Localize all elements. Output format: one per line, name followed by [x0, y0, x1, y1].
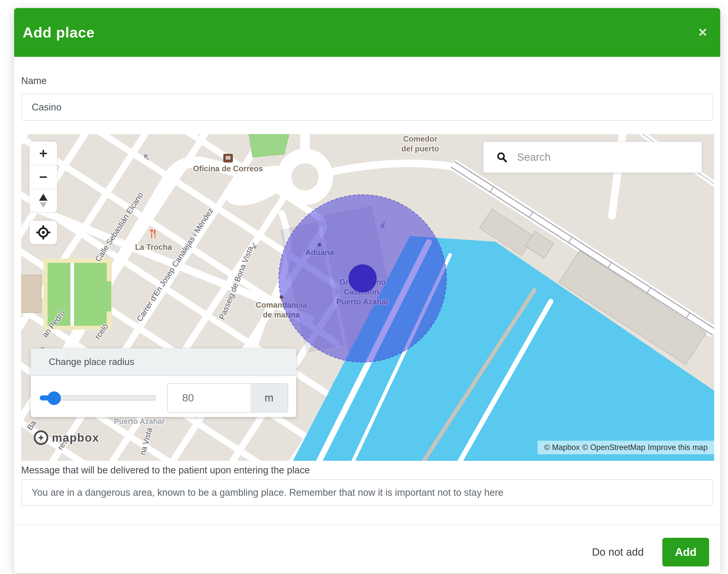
add-place-modal: Add place × Name	[14, 8, 720, 573]
attribution-mapbox-link[interactable]: © Mapbox	[544, 443, 580, 452]
name-label: Name	[21, 76, 46, 86]
modal-title: Add place	[23, 8, 94, 57]
message-label: Message that will be delivered to the pa…	[21, 465, 310, 476]
zoom-out-button[interactable]: −	[30, 165, 57, 189]
add-button[interactable]: Add	[662, 538, 709, 567]
close-icon[interactable]: ×	[698, 25, 707, 40]
search-icon	[497, 152, 507, 163]
name-input[interactable]	[21, 93, 713, 121]
geolocate-icon	[36, 225, 51, 240]
attribution-improve-link[interactable]: Improve this map	[648, 443, 707, 452]
map-zoom-controls: + −	[30, 141, 57, 212]
modal-header: Add place ×	[14, 8, 720, 57]
map-search-box	[483, 141, 702, 173]
mapbox-logo-icon	[34, 430, 48, 445]
mapbox-logo[interactable]: mapbox	[34, 430, 99, 445]
map-attribution: © Mapbox © OpenStreetMap Improve this ma…	[537, 441, 714, 454]
minus-icon: −	[39, 170, 47, 184]
map-container[interactable]: Comedor del puerto✉Oficina de CorreosLa …	[21, 134, 714, 461]
footer-divider	[14, 525, 720, 525]
do-not-add-button[interactable]: Do not add	[592, 546, 644, 558]
geolocate-button[interactable]	[30, 220, 57, 244]
zoom-in-button[interactable]: +	[30, 141, 57, 165]
building-block	[21, 275, 41, 313]
modal-footer: Do not add Add	[14, 533, 720, 571]
plus-icon: +	[39, 146, 47, 160]
radius-slider[interactable]	[40, 396, 156, 401]
change-radius-panel: Change place radius m	[31, 348, 296, 417]
attribution-osm-link[interactable]: © OpenStreetMap	[582, 443, 645, 452]
radius-unit-label: m	[251, 383, 288, 412]
compass-up-icon	[39, 194, 47, 201]
radius-value-input[interactable]	[167, 383, 251, 412]
message-input[interactable]	[21, 479, 713, 506]
search-input[interactable]	[507, 142, 702, 172]
roundabout	[277, 149, 333, 205]
radius-slider-thumb[interactable]	[47, 392, 61, 405]
compass-button[interactable]	[30, 189, 57, 212]
radius-panel-title: Change place radius	[31, 348, 296, 376]
mapbox-wordmark: mapbox	[52, 431, 99, 445]
compass-down-icon	[40, 202, 47, 208]
